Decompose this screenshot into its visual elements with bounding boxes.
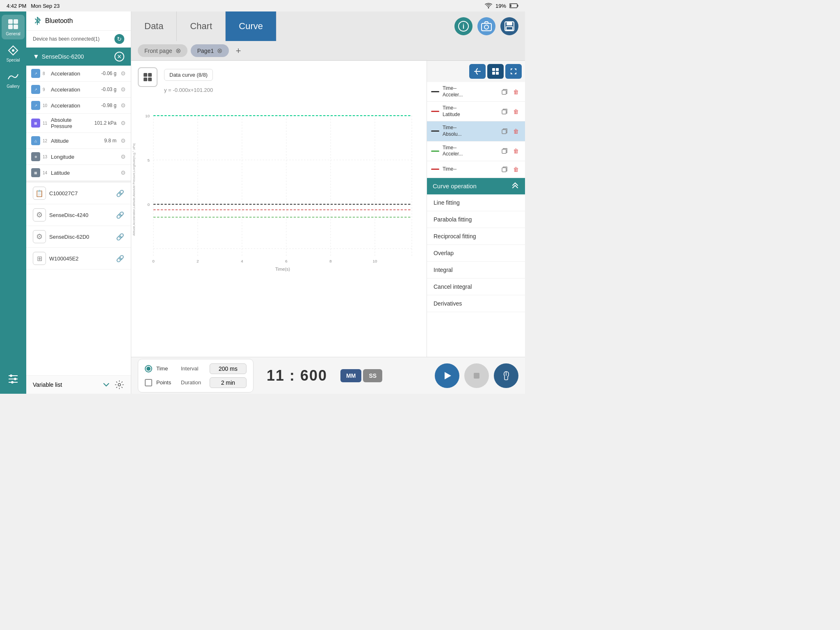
sensor-item-14[interactable]: ▦ 14 Latitude ⚙ bbox=[26, 165, 131, 181]
curve-item-1[interactable]: Time--Acceler... 🗑 bbox=[427, 82, 525, 102]
pressure-icon-11: ▦ bbox=[31, 119, 40, 128]
curve-operation-header[interactable]: Curve operation bbox=[427, 178, 525, 194]
chart-view-button[interactable] bbox=[138, 67, 158, 87]
svg-text:0: 0 bbox=[152, 259, 155, 263]
curve-back-button[interactable] bbox=[469, 64, 486, 79]
save-button[interactable] bbox=[500, 17, 518, 35]
battery-level: 19% bbox=[495, 3, 506, 9]
connected-text: Device has been connected(1) bbox=[33, 36, 100, 42]
grid-icon-w1: ⊞ bbox=[33, 252, 46, 265]
sensor-gear-13[interactable]: ⚙ bbox=[121, 153, 126, 160]
svg-point-10 bbox=[10, 374, 12, 377]
duration-value[interactable]: 2 min bbox=[210, 377, 247, 388]
add-page-button[interactable]: + bbox=[232, 45, 244, 57]
curve-delete-5[interactable]: 🗑 bbox=[511, 164, 521, 174]
curve-copy-2[interactable] bbox=[500, 107, 509, 116]
svg-rect-6 bbox=[8, 25, 13, 29]
curve-grid-button[interactable] bbox=[487, 64, 504, 79]
curve-op-line-fitting[interactable]: Line fitting bbox=[427, 194, 525, 211]
sensor-item-8[interactable]: ↗ 8 Acceleration -0.06 g ⚙ bbox=[26, 66, 131, 82]
curve-copy-3[interactable] bbox=[500, 126, 509, 136]
play-button[interactable] bbox=[435, 363, 459, 388]
bt-device-s4240[interactable]: ⚙ SenseDisc-4240 🔗 bbox=[26, 204, 131, 226]
ss-button[interactable]: SS bbox=[363, 369, 382, 382]
curve-op-overlap[interactable]: Overlap bbox=[427, 245, 525, 262]
svg-text:2: 2 bbox=[196, 259, 199, 263]
sidebar-item-settings[interactable] bbox=[2, 366, 25, 390]
curve-delete-3[interactable]: 🗑 bbox=[511, 126, 521, 136]
sensor-item-11[interactable]: ▦ 11 Absolute Pressure 101.2 kPa ⚙ bbox=[26, 114, 131, 133]
refresh-button[interactable]: ↻ bbox=[114, 34, 124, 44]
sidebar-item-special[interactable]: Special bbox=[2, 41, 25, 66]
camera-button[interactable] bbox=[477, 17, 495, 35]
variable-list-bar: Variable list bbox=[26, 375, 131, 394]
page-tab-page1[interactable]: Page1 ⊗ bbox=[191, 44, 229, 57]
device-name: SenseDisc-6200 bbox=[42, 53, 114, 60]
grid-view-icon bbox=[143, 72, 153, 82]
page-tab-front-close[interactable]: ⊗ bbox=[176, 47, 181, 55]
time-radio[interactable] bbox=[145, 365, 152, 372]
svg-text:8: 8 bbox=[329, 259, 332, 263]
info-button[interactable]: i bbox=[454, 17, 472, 35]
curve-op-reciprocal-fitting[interactable]: Reciprocal fitting bbox=[427, 228, 525, 245]
wifi-icon bbox=[485, 3, 492, 9]
page-tab-front[interactable]: Front page ⊗ bbox=[138, 44, 187, 57]
points-radio[interactable] bbox=[145, 379, 152, 386]
bt-device-s62d0[interactable]: ⚙ SenseDisc-62D0 🔗 bbox=[26, 226, 131, 248]
stop-button[interactable] bbox=[464, 363, 489, 388]
settings-gear-icon[interactable] bbox=[114, 380, 124, 390]
counter-display: 11 : 600 bbox=[267, 367, 327, 384]
bt-device-w1[interactable]: ⊞ W100045E2 🔗 bbox=[26, 248, 131, 269]
sensor-gear-12[interactable]: ⚙ bbox=[121, 137, 126, 144]
tab-curve[interactable]: Curve bbox=[226, 11, 276, 41]
curve-expand-button[interactable] bbox=[505, 64, 522, 79]
sensor-gear-10[interactable]: ⚙ bbox=[121, 102, 126, 109]
accel-icon-10: ↗ bbox=[31, 101, 40, 110]
tab-bar: Data Chart Curve i bbox=[131, 11, 525, 41]
sensor-item-13[interactable]: ⊕ 13 Longitude ⚙ bbox=[26, 149, 131, 165]
interval-value[interactable]: 200 ms bbox=[210, 363, 247, 374]
sensor-item-9[interactable]: ↗ 9 Acceleration -0.03 g ⚙ bbox=[26, 82, 131, 98]
sensor-item-12[interactable]: △ 12 Altitude 9.8 m ⚙ bbox=[26, 133, 131, 149]
sensor-gear-9[interactable]: ⚙ bbox=[121, 86, 126, 93]
curve-item-2[interactable]: Time--Latitude 🗑 bbox=[427, 102, 525, 121]
curve-copy-1[interactable] bbox=[500, 87, 509, 97]
bluetooth-header: Bluetooth bbox=[26, 11, 131, 31]
sidebar-item-gallery[interactable]: Gallery bbox=[2, 67, 25, 92]
sidebar-item-general[interactable]: General bbox=[2, 15, 25, 39]
curve-copy-5[interactable] bbox=[500, 164, 509, 174]
sensor-gear-11[interactable]: ⚙ bbox=[121, 120, 126, 126]
svg-rect-53 bbox=[492, 68, 495, 71]
touch-button[interactable] bbox=[494, 363, 518, 388]
chart-wave-icon bbox=[7, 71, 19, 82]
curve-copy-4[interactable] bbox=[500, 146, 509, 156]
curve-op-integral[interactable]: Integral bbox=[427, 262, 525, 278]
chevron-down-icon[interactable] bbox=[101, 380, 111, 390]
sensor-gear-8[interactable]: ⚙ bbox=[121, 70, 126, 77]
curve-op-cancel-integral[interactable]: Cancel integral bbox=[427, 278, 525, 295]
active-device[interactable]: ▼ SenseDisc-6200 ✕ bbox=[26, 48, 131, 66]
curve-delete-4[interactable]: 🗑 bbox=[511, 146, 521, 156]
tab-chart[interactable]: Chart bbox=[177, 11, 226, 41]
tab-data[interactable]: Data bbox=[131, 11, 177, 41]
tab-actions: i bbox=[454, 11, 525, 41]
curve-item-4[interactable]: Time--Acceler... 🗑 bbox=[427, 142, 525, 161]
svg-point-0 bbox=[488, 7, 489, 9]
curve-item-3[interactable]: Time--Absolu... 🗑 bbox=[427, 121, 525, 141]
curve-delete-1[interactable]: 🗑 bbox=[511, 87, 521, 97]
curve-op-derivatives[interactable]: Derivatives bbox=[427, 295, 525, 312]
curve-item-5[interactable]: Time-- 🗑 bbox=[427, 161, 525, 178]
page-tab-page1-close[interactable]: ⊗ bbox=[217, 47, 222, 55]
device-close-icon[interactable]: ✕ bbox=[114, 52, 124, 62]
curve-delete-2[interactable]: 🗑 bbox=[511, 107, 521, 116]
sensor-item-10[interactable]: ↗ 10 Acceleration -0.98 g ⚙ bbox=[26, 98, 131, 114]
bluetooth-icon bbox=[33, 16, 42, 25]
mm-button[interactable]: MM bbox=[340, 369, 361, 382]
curve-color-5 bbox=[431, 169, 439, 170]
sensor-gear-14[interactable]: ⚙ bbox=[121, 169, 126, 176]
bt-device-c1[interactable]: 📋 C100027C7 🔗 bbox=[26, 183, 131, 204]
chart-area: Data curve (8/8) y = -0.000x+101.200 Alt… bbox=[131, 61, 525, 357]
curve-op-parabola-fitting[interactable]: Parabola fitting bbox=[427, 211, 525, 228]
svg-point-19 bbox=[484, 25, 488, 29]
svg-rect-4 bbox=[8, 19, 13, 24]
